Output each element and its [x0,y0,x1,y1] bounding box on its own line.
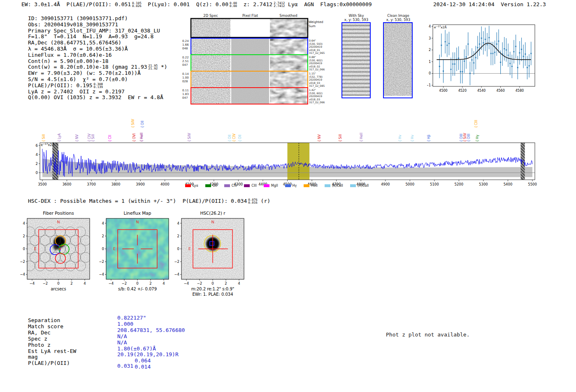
row-right-info-1: 0.88"(530, 602)20200419v018_02317_LU_066 [309,56,325,71]
panel-ytick: −4 [99,272,104,276]
match-value-6: 20.19(20.19,20.19)R [117,352,185,358]
header-uncertainty-1: 0.1050.026 [132,2,142,7]
header-uncertainty-3: 0.000.00 [230,2,237,7]
panel-xtick: 4 [84,281,86,285]
panel-ytick: 2 [23,234,25,238]
panel-xtick: −4 [30,281,35,285]
info-line-7: Cont(n) = 5.90(±0.00)e-18 [28,58,167,65]
spec-xtick: 5000 [405,182,414,186]
panel-ytick: −2 [99,260,104,264]
header-stats: EW: 3.0±1.4Å P(LAE)/P(OII): 0.0510.1050.… [21,2,372,8]
panel-title: Fiber Positions [43,211,74,216]
legend-swatch [350,184,356,187]
panel-xlabel: s/b: 0.42 +/- 0.079 [118,287,157,291]
info-line-10-text-0: S/N = 4.5(±1.6) χ² = 0.7(±0.0) [28,76,128,82]
emission-line-label-oii: { OII [141,121,145,128]
panel-xtick: −4 [109,281,114,285]
panel-ytick: −4 [174,272,179,276]
spec-xtick: 3500 [38,182,47,186]
clean-noise [384,23,412,96]
withsky-image [341,22,371,98]
spectrum-legend: LyαOIICIVCIIIMgIIHγHeII(K)CaII(H)CaII [185,184,369,188]
line-fit-plot: −10123445004520454045604580e−17x2Å [427,21,539,95]
row-left-stats-0: 0.241.66048 [182,39,189,50]
panel-xtick: −2 [197,281,202,285]
info-line-9-text-0: EWr = 7.90(±3.20) (w: 5.70(±2.10))Å [28,70,141,76]
match-value-3: N/A [117,334,185,340]
match-label-0: Separation [28,318,76,324]
spec2d-figure [187,14,323,106]
info-line-10: S/N = 4.5(±1.6) χ² = 0.7(±0.0) [28,77,167,83]
legend-label: OII [213,184,217,188]
spec-xtick: 5300 [479,182,488,186]
fit-xtick: 4560 [496,89,504,93]
match-label-3: Spec z [28,336,76,342]
legend-item-HeII: HeII [304,184,318,188]
info-line-6: LineFlux = 1.70(±0.64)e-16 [28,52,167,58]
legend-swatch [304,184,309,187]
panel-xtick: −2 [122,281,127,285]
header-uncertainty-5: 2.74122.7412 [274,2,285,7]
panel-xlabel: m:20.2 re:1.2" s:0.9" [191,287,235,291]
info-line-7-text-0: Cont(n) = 5.90(±0.00)e-18 [28,58,109,64]
info-line-8-uncertainty-1: 21.9521.92 [149,64,158,70]
fit-ytick: 4 [429,25,431,28]
header-text-2: P(Lyα): 0.001 Q(z): 0.00 [142,1,228,7]
info-line-4-text-0: RA,Dec (208.647751,55.676456) [28,39,121,46]
panel-xtick: 0 [136,281,138,285]
info-line-1-text-0: Obs: 20200419v018_3090153771 [28,21,118,28]
legend-label: CIII [251,184,257,188]
spec-xtick: 4900 [381,182,390,186]
spec-xtick: 5400 [504,182,513,186]
panel-ytick: 4 [102,221,104,225]
panel-ytick: 0 [177,247,179,251]
legend-item-CIII: CIII [244,184,257,188]
legend-label: Lyα [193,184,198,188]
match-label-6: mag [28,354,76,360]
header-datetime-version: 2024-12-30 14:24:04 Version 1.22.3 [433,2,546,8]
fit-ytick: 3 [429,37,431,40]
legend-swatch [264,184,269,187]
fit-xtick: 4520 [458,89,467,93]
spec-xtick: 3700 [87,182,96,186]
spec-xtick: 3900 [136,182,145,186]
match-value-7: 0.0310.0640.014 [117,358,185,370]
info-line-13-text-0: Q(0.00) OVI (1035) z = 3.3932 EW r = 4.8… [28,94,163,100]
gaussian-fit-curve [437,43,531,60]
panel-ytick: 2 [102,234,104,238]
spec-units-label: e−17x2Å [41,142,54,147]
panel-title: Lineflux Map [124,211,151,216]
panel-xtick: 4 [238,281,240,285]
compass-north: N [211,220,214,224]
fit-xtick: 4540 [477,89,485,93]
elixer-report-page: EW: 3.0±1.4Å P(LAE)/P(OII): 0.0510.1050.… [0,0,576,392]
match-value-1: 1.000 [117,321,185,327]
legend-item-MgII: MgII [264,184,278,188]
spec-xtick: 4000 [160,182,170,186]
row-left-stats-3: 0.111.83047 [182,89,189,100]
match-label-2: RA, Dec [28,330,76,336]
detection-info-block: ID: 3090153771 (3090153771.pdf)Obs: 2020… [28,16,167,101]
info-line-11: P(LAE)/P(OII): 0.1950.3080.139 [28,83,167,89]
panel-xlabel2: EWr: 1. PLAE: 0.034 [192,292,233,297]
panel-title: HSC(26.2) r [200,211,225,216]
panel-xtick: −4 [184,281,189,285]
panel-ytick: 2 [177,234,179,238]
emission-line-label-ciii: { CIII [474,120,478,128]
panel-xtick: 4 [163,281,165,285]
legend-label: CIV [232,184,237,188]
info-line-0-text-0: ID: 3090153771 (3090153771.pdf) [28,15,128,21]
fit-ytick: −1 [427,84,431,87]
fit-ytick: 0 [429,72,431,75]
hsc-cutout-panel: NE−4−4−2−2002244HSC(26.2) rm:20.2 re:1.2… [173,210,249,301]
match-table-values: 0.822127"1.000208.647831, 55.676680N/AN/… [117,315,185,370]
spec-ytick: 4 [36,153,38,157]
clean-coords: x, y: 530, 593 [374,18,423,22]
compass-east: E [188,246,191,251]
panel-xtick: 0 [57,281,59,285]
legend-swatch [285,184,291,187]
info-line-3: F=1.8" T=0.114 N=1.19 A=0.93 g=24.8 [28,34,167,40]
info-line-8-text-0: Cont(w) = 8.20(±0.10)e-18 (gmag 21.93 [28,64,147,70]
info-line-0: ID: 3090153771 (3090153771.pdf) [28,16,167,22]
header-text-4: z: 2.7412 [237,1,272,7]
